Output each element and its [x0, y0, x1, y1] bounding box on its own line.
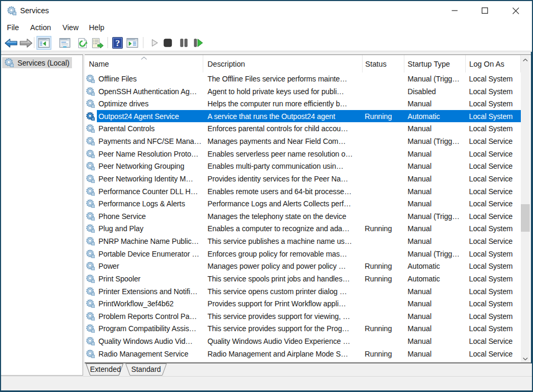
pause-service-button[interactable] [176, 36, 191, 50]
cell-log-on-as: Local Service [469, 135, 520, 148]
service-row-print-spooler[interactable]: Print SpoolerThis service spools print j… [85, 272, 521, 285]
service-row-plug-and-play[interactable]: Plug and PlayEnables a computer to recog… [85, 222, 521, 235]
menu-help[interactable]: Help [88, 20, 105, 35]
service-row-printworkflow-3ef4b62[interactable]: PrintWorkflow_3ef4b62Provides support fo… [85, 297, 521, 310]
cell-startup-type: Manual [408, 322, 464, 335]
show-action-pane-button[interactable] [125, 36, 140, 50]
refresh-button[interactable] [75, 36, 90, 50]
cell-status [365, 210, 404, 223]
service-row-payments-and-nfc-se-mana[interactable]: Payments and NFC/SE Mana…Manages payment… [85, 135, 521, 148]
column-header-startup-type[interactable]: Startup Type [404, 55, 466, 72]
service-row-peer-name-resolution-proto[interactable]: Peer Name Resolution Proto…Enables serve… [85, 148, 521, 160]
cell-log-on-as: Local System [469, 272, 520, 285]
service-row-printer-extensions-and-notifi[interactable]: Printer Extensions and Notifi…This servi… [85, 285, 521, 298]
scroll-up-button[interactable] [521, 56, 530, 65]
cell-status: Running [365, 322, 404, 335]
cell-startup-type: Manual [408, 310, 464, 323]
stop-icon [164, 39, 172, 47]
cell-name: Payments and NFC/SE Mana… [98, 135, 202, 148]
cell-startup-type: Manual [408, 185, 464, 198]
service-row-phone-service[interactable]: Phone ServiceManages the telephony state… [85, 210, 521, 223]
service-gear-icon [86, 75, 95, 83]
scrollbar-thumb[interactable] [521, 204, 530, 232]
sidebar-item-services-local[interactable]: Services (Local) [2, 57, 72, 68]
cell-name: Peer Networking Identity M… [98, 172, 202, 185]
cell-description: Enforces parental controls for child acc… [207, 122, 361, 135]
cell-status: Running [365, 222, 404, 235]
service-row-peer-networking-identity-m[interactable]: Peer Networking Identity M…Provides iden… [85, 172, 521, 185]
cell-status [365, 197, 404, 210]
titlebar[interactable]: Services [1, 1, 532, 21]
cell-description: A service that runs the Outpost24 agent [207, 110, 361, 123]
export-list-button[interactable] [90, 36, 105, 50]
cell-status [365, 135, 404, 148]
service-gear-icon [86, 224, 95, 233]
menu-file[interactable]: File [6, 20, 20, 35]
service-gear-icon [86, 87, 95, 96]
close-button[interactable] [503, 1, 528, 20]
restart-service-button[interactable] [191, 36, 206, 50]
cell-description: This service spools print jobs and handl… [207, 272, 361, 285]
forward-button[interactable] [19, 36, 33, 50]
service-row-offline-files[interactable]: Offline FilesThe Offline Files service p… [85, 72, 521, 85]
service-row-program-compatibility-assis[interactable]: Program Compatibility Assis…This service… [85, 322, 521, 335]
service-gear-icon [86, 350, 95, 358]
cell-log-on-as: Local System [469, 97, 520, 110]
properties-button[interactable] [57, 36, 72, 50]
service-row-portable-device-enumerator[interactable]: Portable Device Enumerator …Enforces gro… [85, 248, 521, 260]
service-gear-icon [86, 99, 95, 108]
stop-service-button[interactable] [160, 36, 175, 50]
cell-log-on-as: Local System [469, 110, 520, 123]
show-console-tree-button[interactable] [37, 36, 51, 50]
minimize-button[interactable] [442, 1, 467, 20]
service-gear-icon [86, 287, 95, 296]
start-service-button[interactable] [147, 36, 162, 50]
service-row-performance-counter-dll-h[interactable]: Performance Counter DLL H…Enables remote… [85, 185, 521, 198]
service-row-optimize-drives[interactable]: Optimize drivesHelps the computer run mo… [85, 97, 521, 110]
sort-ascending-icon [141, 57, 148, 60]
service-row-performance-logs-alerts[interactable]: Performance Logs & AlertsPerformance Log… [85, 197, 521, 210]
service-row-peer-networking-grouping[interactable]: Peer Networking GroupingEnables multi-pa… [85, 160, 521, 172]
service-row-openssh-authentication-ag[interactable]: OpenSSH Authentication Ag…Agent to hold … [85, 85, 521, 98]
cell-description: Performance Logs and Alerts Collects per… [207, 197, 361, 210]
service-row-quality-windows-audio-vid[interactable]: Quality Windows Audio Vid…Quality Window… [85, 335, 521, 348]
service-gear-icon [86, 324, 95, 333]
service-row-outpost24-agent-service[interactable]: Outpost24 Agent ServiceA service that ru… [85, 110, 521, 123]
service-row-radio-management-service[interactable]: Radio Management ServiceRadio Management… [85, 348, 521, 360]
cell-description: Enables remote users and 64-bit processe… [207, 185, 361, 198]
cell-name: Peer Networking Grouping [98, 160, 202, 172]
arrow-left-blue-icon [4, 38, 18, 48]
cell-startup-type: Manual [408, 335, 464, 348]
maximize-button[interactable] [473, 1, 497, 20]
service-gear-icon [86, 275, 95, 283]
tab-extended[interactable]: Extended [90, 363, 119, 376]
cell-status [365, 310, 404, 323]
service-gear-icon [86, 337, 95, 345]
menu-action[interactable]: Action [30, 20, 51, 35]
pause-icon [180, 39, 188, 47]
service-row-parental-controls[interactable]: Parental ControlsEnforces parental contr… [85, 122, 521, 135]
column-header-description[interactable]: Description [203, 55, 363, 72]
cell-name: OpenSSH Authentication Ag… [98, 85, 202, 98]
menu-view[interactable]: View [62, 20, 79, 35]
cell-log-on-as: Local Service [469, 148, 520, 160]
tabstrip: Extended Standard [85, 363, 531, 376]
column-header-status[interactable]: Status [363, 55, 404, 72]
service-row-power[interactable]: PowerManages power policy and power poli… [85, 260, 521, 272]
service-row-pnrp-machine-name-public[interactable]: PNRP Machine Name Public…This service pu… [85, 235, 521, 248]
cell-description: Enables serverless peer name resolution … [207, 148, 361, 160]
service-gear-icon [86, 250, 95, 258]
vertical-scrollbar[interactable] [521, 56, 530, 363]
tab-standard[interactable]: Standard [130, 363, 162, 376]
cell-status [365, 72, 404, 85]
cell-startup-type: Manual [408, 97, 464, 110]
column-header-log-on-as[interactable]: Log On As [466, 55, 521, 72]
cell-status [365, 297, 404, 310]
help-button[interactable]: ? [110, 36, 125, 50]
back-button[interactable] [4, 36, 19, 50]
service-row-problem-reports-control-pa[interactable]: Problem Reports Control Pa…This service … [85, 310, 521, 323]
cell-status: Running [365, 260, 404, 272]
window-border-right-inner [531, 52, 532, 363]
cell-name: PNRP Machine Name Public… [98, 235, 202, 248]
cell-status [365, 172, 404, 185]
